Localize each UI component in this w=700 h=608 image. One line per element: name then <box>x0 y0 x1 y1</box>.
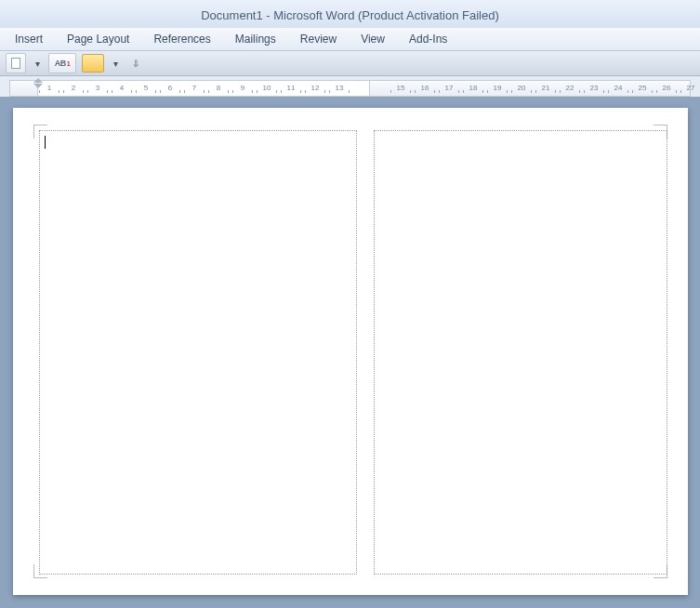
ruler-tick: 10 <box>255 80 279 95</box>
ruler-tick: 18 <box>461 80 485 95</box>
tab-view[interactable]: View <box>350 30 396 48</box>
ruler-tick: 17 <box>437 80 461 95</box>
text-cursor <box>45 136 46 149</box>
ruler-tick: 7 <box>182 80 206 95</box>
ruler-tick: 9 <box>231 80 255 95</box>
tab-add-ins[interactable]: Add-Ins <box>398 30 458 48</box>
ruler-tick: 3 <box>86 80 110 95</box>
qat-footnote-button[interactable]: AB1 <box>48 53 76 73</box>
ruler-tick: 16 <box>413 80 437 95</box>
qat-overflow-icon[interactable]: ⇩ <box>130 54 141 73</box>
ruler-tick: 6 <box>158 80 182 95</box>
chevron-down-icon[interactable]: ▾ <box>32 54 43 73</box>
column-guide-left <box>39 130 357 575</box>
svg-rect-0 <box>12 59 20 69</box>
qat-page-icon[interactable] <box>6 53 26 73</box>
ruler-tick: 12 <box>303 80 327 95</box>
ruler-tick: 5 <box>134 80 158 95</box>
column-guide-right <box>374 130 667 575</box>
document-canvas <box>0 97 700 608</box>
ruler-tick: 27 <box>679 80 700 95</box>
quick-access-toolbar: ▾ AB1 ▾ ⇩ <box>0 51 700 76</box>
tab-insert[interactable]: Insert <box>4 30 54 48</box>
ruler-tick: 2 <box>61 80 86 95</box>
ruler-tick: 20 <box>509 80 534 95</box>
ruler-tick: 24 <box>606 80 630 95</box>
title-bar: Document1 - Microsoft Word (Product Acti… <box>0 0 700 28</box>
chevron-down-icon[interactable]: ▾ <box>110 54 121 73</box>
ruler-tick: 4 <box>110 80 134 95</box>
ruler-tick: 15 <box>389 80 413 95</box>
tab-review[interactable]: Review <box>289 30 348 48</box>
tab-references[interactable]: References <box>142 30 221 48</box>
ruler-tick: 8 <box>206 80 231 95</box>
ruler-tick: 19 <box>485 80 509 95</box>
tab-page-layout[interactable]: Page Layout <box>56 30 140 48</box>
ribbon-tabs: Insert Page Layout References Mailings R… <box>0 28 700 51</box>
ruler-tick: 1 <box>37 80 61 95</box>
ruler-tick: 25 <box>630 80 654 95</box>
window-title: Document1 - Microsoft Word (Product Acti… <box>201 8 499 22</box>
ruler-tick: 23 <box>582 80 606 95</box>
ruler-tick: 22 <box>558 80 582 95</box>
folder-icon[interactable] <box>82 54 104 73</box>
ruler-tick: 11 <box>279 80 303 95</box>
ruler-tick: 21 <box>534 80 558 95</box>
tab-mailings[interactable]: Mailings <box>224 30 287 48</box>
ruler-tick: 13 <box>327 80 351 95</box>
ruler-tick: 26 <box>654 80 679 95</box>
page[interactable] <box>13 108 688 595</box>
